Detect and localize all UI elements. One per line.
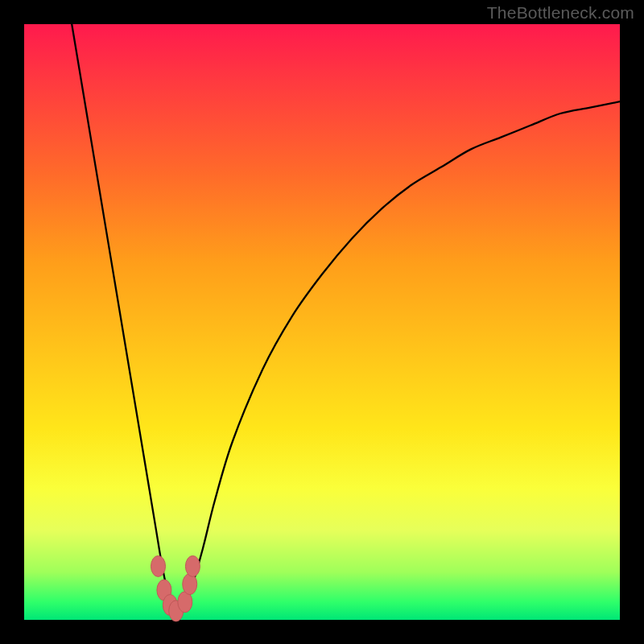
bottleneck-curve xyxy=(72,24,620,614)
curve-marker xyxy=(183,574,197,595)
curve-svg xyxy=(24,24,620,620)
watermark-text: TheBottleneck.com xyxy=(487,3,634,23)
chart-frame: TheBottleneck.com xyxy=(0,0,644,644)
curve-marker xyxy=(151,555,166,576)
curve-markers xyxy=(151,555,200,621)
plot-area xyxy=(24,24,620,620)
curve-marker xyxy=(185,555,200,576)
